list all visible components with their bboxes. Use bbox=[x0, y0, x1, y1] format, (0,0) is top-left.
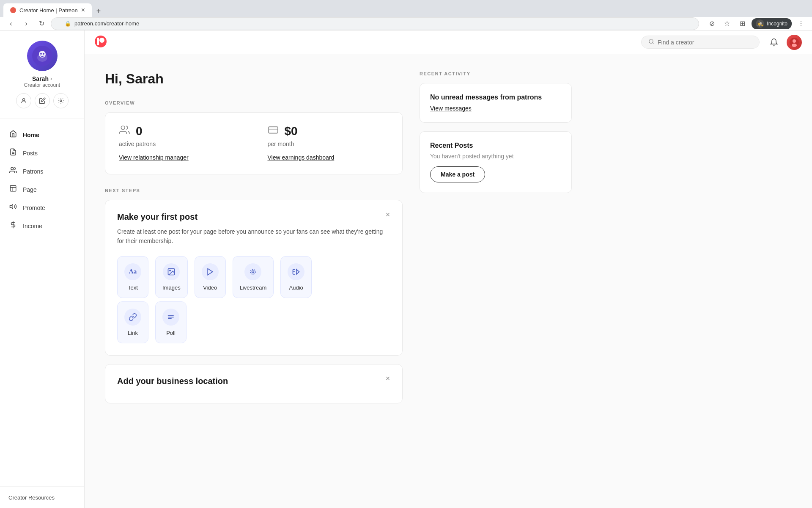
close-location-button[interactable]: × bbox=[382, 373, 394, 385]
images-label: Images bbox=[162, 284, 181, 291]
menu-icon[interactable]: ⋮ bbox=[795, 18, 807, 30]
sidebar-item-page[interactable]: Page bbox=[0, 180, 84, 199]
sidebar: Sarah › Creator account bbox=[0, 30, 85, 508]
link-label: Link bbox=[128, 330, 138, 336]
svg-point-9 bbox=[11, 167, 14, 170]
sidebar-item-income[interactable]: Income bbox=[0, 217, 84, 235]
post-type-audio[interactable]: Audio bbox=[280, 256, 312, 298]
make-post-button[interactable]: Make a post bbox=[430, 166, 485, 182]
sidebar-divider bbox=[0, 119, 84, 119]
images-icon bbox=[163, 263, 180, 280]
post-type-poll[interactable]: Poll bbox=[155, 301, 187, 343]
earnings-icon-metric bbox=[268, 124, 279, 138]
svg-point-29 bbox=[252, 271, 254, 273]
refresh-button[interactable]: ↻ bbox=[36, 18, 47, 30]
home-icon bbox=[8, 130, 18, 140]
promote-icon bbox=[8, 203, 18, 213]
page-title: Hi, Sarah bbox=[105, 71, 403, 87]
svg-point-5 bbox=[22, 99, 25, 101]
extension-icon[interactable]: ⊞ bbox=[736, 18, 748, 30]
messages-card: No unread messages from patrons View mes… bbox=[420, 83, 572, 123]
svg-line-19 bbox=[653, 43, 654, 44]
post-type-livestream[interactable]: Livestream bbox=[233, 256, 274, 298]
content-left: Hi, Sarah OVERVIEW 0 active patrons bbox=[105, 71, 403, 403]
new-tab-button[interactable]: + bbox=[93, 5, 104, 17]
make-post-card: × Make your first post Create at least o… bbox=[105, 200, 403, 356]
audio-icon bbox=[288, 263, 304, 280]
tab-close-button[interactable]: × bbox=[81, 6, 85, 14]
video-icon bbox=[202, 263, 219, 280]
view-relationship-link[interactable]: View relationship manager bbox=[119, 154, 189, 161]
svg-point-16 bbox=[99, 38, 104, 43]
patrons-label: Patrons bbox=[23, 168, 43, 175]
post-types-row1: Aa Text Images bbox=[117, 256, 390, 298]
app: Sarah › Creator account bbox=[0, 30, 812, 508]
active-tab[interactable]: Creator Home | Patreon × bbox=[3, 3, 92, 17]
svg-point-23 bbox=[121, 126, 125, 130]
search-input[interactable] bbox=[658, 39, 742, 46]
search-icon bbox=[648, 39, 654, 46]
poll-icon bbox=[162, 309, 179, 326]
top-nav-right bbox=[766, 35, 802, 50]
patrons-value: 0 bbox=[136, 124, 143, 138]
incognito-icon: 🕵 bbox=[756, 19, 764, 28]
url-bar[interactable]: 🔒 patreon.com/creator-home bbox=[51, 17, 699, 30]
creator-resources-link[interactable]: Creator Resources bbox=[8, 494, 55, 501]
sidebar-item-patrons[interactable]: Patrons bbox=[0, 162, 84, 180]
profile-name[interactable]: Sarah › bbox=[32, 75, 52, 82]
camera-off-icon[interactable]: ⊘ bbox=[706, 18, 718, 30]
tab-title: Creator Home | Patreon bbox=[19, 7, 78, 14]
edit-button[interactable] bbox=[35, 93, 50, 108]
posts-label: Posts bbox=[23, 150, 38, 157]
patrons-icon-metric bbox=[119, 124, 130, 138]
next-steps-label: NEXT STEPS bbox=[105, 188, 403, 193]
post-type-link[interactable]: Link bbox=[117, 301, 148, 343]
make-post-card-desc: Create at least one post for your page b… bbox=[117, 227, 390, 246]
sidebar-item-home[interactable]: Home bbox=[0, 126, 84, 144]
top-navigation bbox=[85, 30, 812, 54]
forward-button[interactable]: › bbox=[20, 18, 32, 30]
view-messages-link[interactable]: View messages bbox=[430, 105, 472, 112]
no-messages-title: No unread messages from patrons bbox=[430, 94, 561, 101]
bookmark-icon[interactable]: ☆ bbox=[721, 18, 733, 30]
income-icon bbox=[8, 221, 18, 231]
post-type-text[interactable]: Aa Text bbox=[117, 256, 148, 298]
view-earnings-link[interactable]: View earnings dashboard bbox=[268, 154, 335, 161]
incognito-badge: 🕵 Incognito bbox=[752, 18, 792, 29]
user-avatar[interactable] bbox=[787, 35, 802, 50]
add-location-title: Add your business location bbox=[117, 376, 390, 386]
posts-icon bbox=[8, 148, 18, 158]
tab-bar: Creator Home | Patreon × + bbox=[0, 0, 812, 17]
profile-type: Creator account bbox=[24, 82, 60, 88]
sidebar-item-promote[interactable]: Promote bbox=[0, 199, 84, 217]
sidebar-bottom: Creator Resources bbox=[0, 486, 84, 508]
earnings-value: $0 bbox=[285, 124, 298, 138]
patrons-label: active patrons bbox=[119, 141, 240, 147]
svg-point-27 bbox=[170, 270, 171, 271]
post-type-images[interactable]: Images bbox=[155, 256, 188, 298]
post-type-video[interactable]: Video bbox=[195, 256, 226, 298]
post-types-row2: Link Poll bbox=[117, 301, 390, 343]
make-post-card-title: Make your first post bbox=[117, 212, 390, 222]
svg-point-21 bbox=[793, 39, 796, 43]
patrons-metric: 0 active patrons View relationship manag… bbox=[105, 113, 254, 174]
close-card-button[interactable]: × bbox=[382, 209, 394, 221]
search-bar[interactable] bbox=[641, 36, 760, 49]
patreon-logo[interactable] bbox=[95, 36, 107, 49]
avatar[interactable] bbox=[27, 41, 58, 71]
view-page-button[interactable] bbox=[16, 93, 31, 108]
settings-button[interactable] bbox=[53, 93, 69, 108]
recent-posts-card: Recent Posts You haven't posted anything… bbox=[420, 131, 572, 193]
livestream-icon bbox=[244, 263, 261, 280]
svg-point-4 bbox=[43, 53, 44, 55]
sidebar-item-posts[interactable]: Posts bbox=[0, 144, 84, 162]
text-label: Text bbox=[128, 284, 138, 291]
back-button[interactable]: ‹ bbox=[5, 18, 17, 30]
content-right: RECENT ACTIVITY No unread messages from … bbox=[420, 71, 572, 403]
avatar-image bbox=[32, 46, 52, 66]
sidebar-profile: Sarah › Creator account bbox=[0, 30, 84, 115]
income-label: Income bbox=[23, 223, 42, 229]
tab-favicon bbox=[10, 7, 16, 13]
page-label: Page bbox=[23, 186, 37, 193]
notifications-button[interactable] bbox=[766, 35, 782, 50]
